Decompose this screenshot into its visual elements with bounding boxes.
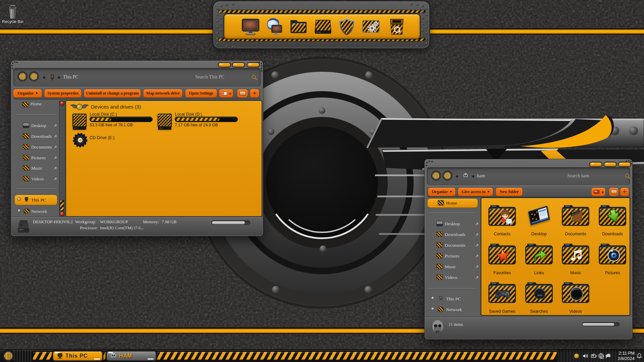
svg-text:Search: Search: [538, 295, 542, 296]
